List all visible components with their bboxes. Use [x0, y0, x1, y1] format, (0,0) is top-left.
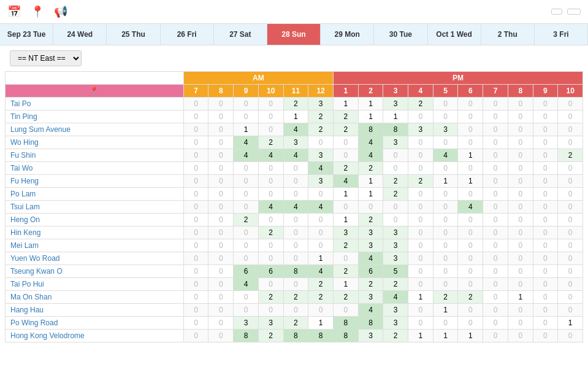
pm-hour-col-5: 5: [433, 85, 458, 98]
data-cell: 0: [508, 201, 533, 214]
table-row: Fu Shin0044430400410002: [6, 149, 583, 162]
refresh-button[interactable]: [551, 9, 562, 15]
data-cell: 0: [433, 201, 458, 214]
table-row: Ma On Shan0002222341220100: [6, 291, 583, 304]
location-name[interactable]: Hin Keng: [6, 226, 184, 239]
location-name[interactable]: Tai Po Hui: [6, 278, 184, 291]
data-cell: 0: [408, 239, 433, 252]
data-cell: 4: [234, 136, 259, 149]
data-cell: 2: [308, 123, 334, 136]
date-tab[interactable]: 27 Sat: [214, 24, 267, 45]
data-cell: 0: [208, 136, 234, 149]
megaphone-icon[interactable]: 📢: [54, 5, 67, 18]
location-name[interactable]: Ma On Shan: [6, 291, 184, 304]
name-column-header: [6, 72, 184, 85]
data-cell: 0: [558, 201, 583, 214]
data-cell: 0: [533, 278, 558, 291]
data-cell: 0: [533, 162, 558, 175]
date-tab[interactable]: 24 Wed: [53, 24, 107, 45]
data-cell: 0: [458, 123, 483, 136]
data-cell: 8: [283, 330, 308, 342]
data-cell: 4: [258, 201, 283, 214]
data-cell: 0: [433, 98, 458, 110]
data-cell: 0: [183, 175, 208, 188]
lang-button[interactable]: [567, 9, 581, 15]
data-cell: 0: [208, 252, 234, 265]
location-name[interactable]: Tai Po: [6, 98, 184, 110]
data-cell: 0: [508, 214, 533, 226]
region-filter[interactable]: == NT East ==: [10, 50, 82, 66]
data-cell: 0: [483, 136, 508, 149]
date-tab[interactable]: 25 Thu: [107, 24, 160, 45]
data-cell: 0: [183, 188, 208, 201]
data-cell: 0: [483, 98, 508, 110]
location-name[interactable]: Heng On: [6, 214, 184, 226]
data-cell: 0: [283, 226, 308, 239]
location-name[interactable]: Hang Hau: [6, 304, 184, 317]
data-cell: 0: [558, 330, 583, 342]
location-name[interactable]: Tai Wo: [6, 162, 184, 175]
data-cell: 4: [333, 175, 358, 188]
hour-row: 📍78910111212345678910: [6, 85, 583, 98]
data-cell: 0: [433, 278, 458, 291]
data-cell: 0: [408, 214, 433, 226]
date-tab[interactable]: 3 Fri: [535, 24, 588, 45]
date-tab[interactable]: 2 Thu: [481, 24, 535, 45]
location-name[interactable]: Tsui Lam: [6, 201, 184, 214]
location-name[interactable]: Hong Kong Velodrome: [6, 330, 184, 342]
data-table: AMPM📍78910111212345678910Tai Po000023113…: [5, 71, 583, 342]
location-name[interactable]: Tseung Kwan O: [6, 265, 184, 278]
data-cell: 0: [483, 188, 508, 201]
table-row: Fu Heng0000034122110000: [6, 175, 583, 188]
data-cell: 1: [308, 252, 334, 265]
data-cell: 0: [208, 317, 234, 330]
data-cell: 0: [533, 265, 558, 278]
location-name[interactable]: Po Lam: [6, 188, 184, 201]
data-cell: 2: [433, 291, 458, 304]
data-cell: 0: [208, 123, 234, 136]
data-cell: 0: [508, 175, 533, 188]
location-name[interactable]: Wo Hing: [6, 136, 184, 149]
location-name[interactable]: Fu Heng: [6, 175, 184, 188]
data-cell: 0: [408, 265, 433, 278]
data-cell: 3: [308, 98, 334, 110]
date-tab[interactable]: 30 Tue: [374, 24, 427, 45]
data-cell: 6: [358, 265, 383, 278]
location-name[interactable]: Yuen Wo Road: [6, 252, 184, 265]
date-tab[interactable]: Sep 23 Tue: [0, 24, 53, 45]
location-icon[interactable]: 📍: [31, 5, 44, 18]
data-cell: 3: [358, 239, 383, 252]
data-cell: 0: [258, 188, 283, 201]
data-cell: 0: [483, 214, 508, 226]
data-cell: 0: [408, 188, 433, 201]
location-name[interactable]: Po Wing Road: [6, 317, 184, 330]
date-tab[interactable]: Oct 1 Wed: [428, 24, 481, 45]
data-cell: 4: [234, 278, 259, 291]
date-tab[interactable]: 29 Mon: [321, 24, 374, 45]
data-cell: 4: [433, 149, 458, 162]
date-tab[interactable]: 26 Fri: [161, 24, 214, 45]
location-name[interactable]: Fu Shin: [6, 149, 184, 162]
data-cell: 1: [558, 317, 583, 330]
data-cell: 0: [558, 304, 583, 317]
location-name[interactable]: Mei Lam: [6, 239, 184, 252]
data-cell: 0: [433, 110, 458, 123]
data-cell: 0: [234, 201, 259, 214]
data-cell: 0: [533, 175, 558, 188]
data-cell: 2: [383, 175, 408, 188]
table-row: Yuen Wo Road0000010430000000: [6, 252, 583, 265]
data-cell: 4: [283, 201, 308, 214]
location-name[interactable]: Lung Sum Avenue: [6, 123, 184, 136]
data-cell: 0: [558, 239, 583, 252]
date-tab[interactable]: 28 Sun: [267, 24, 321, 45]
data-cell: 0: [408, 110, 433, 123]
data-cell: 0: [408, 136, 433, 149]
data-cell: 1: [358, 188, 383, 201]
data-cell: 0: [283, 162, 308, 175]
calendar-icon[interactable]: 📅: [7, 5, 21, 18]
data-cell: 3: [383, 136, 408, 149]
location-name[interactable]: Tin Ping: [6, 110, 184, 123]
data-cell: 0: [433, 317, 458, 330]
data-cell: 0: [533, 304, 558, 317]
data-cell: 4: [358, 149, 383, 162]
